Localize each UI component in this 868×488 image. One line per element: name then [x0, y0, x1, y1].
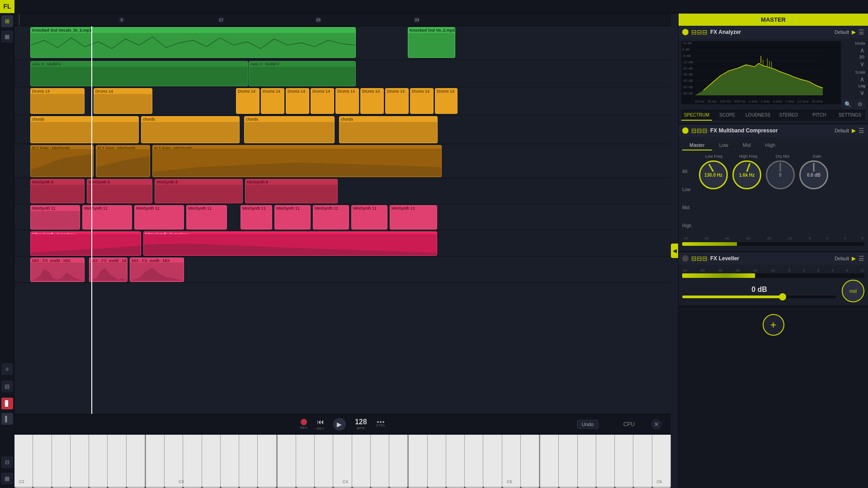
key-g5[interactable]	[483, 435, 502, 488]
knob-gain[interactable]: 0.0 dB	[798, 160, 830, 189]
clip-drums-10[interactable]: Drums 14	[410, 88, 434, 114]
key-b2[interactable]	[127, 435, 145, 488]
fx-leveller-slider[interactable]	[682, 296, 836, 298]
clip-mfx-1[interactable]: MIX : FX_evel8 : MIX	[30, 258, 85, 282]
key-f6[interactable]	[596, 435, 615, 488]
clip-vocals-1[interactable]: Knocked Out Vocals_bt_2.mp3	[30, 27, 356, 58]
fx-analyzer-arrow[interactable]: ▶	[852, 29, 856, 35]
clip-ms8-3[interactable]: MiniSynth 8	[155, 179, 243, 203]
clip-ms8-4[interactable]: MiniSynth 8	[245, 179, 338, 203]
key-a2[interactable]	[108, 435, 126, 488]
clip-chords-1[interactable]: chords	[30, 116, 139, 143]
clip-ms11-2[interactable]: MiniSynth 11	[82, 205, 132, 230]
search-btn[interactable]: 🔍	[842, 99, 853, 110]
knob-high-freq[interactable]: 1.6k Hz	[731, 160, 763, 189]
key-d4[interactable]	[296, 435, 315, 488]
tool-bottom-2[interactable]: ▤	[1, 380, 13, 392]
fx-leveller-arrow[interactable]: ▶	[852, 255, 856, 262]
tool-piano[interactable]: ▦	[1, 31, 13, 42]
close-button[interactable]: ✕	[651, 419, 662, 430]
clip-flt-1[interactable]: FLT Freq : MiniSynth	[30, 145, 94, 177]
fx-leveller-menu[interactable]: ☰	[859, 255, 864, 262]
tool-bottom-1[interactable]: ≡	[1, 363, 13, 375]
clip-ms11-5[interactable]: MiniSynth 11	[241, 205, 272, 230]
knob-gain-dial[interactable]: 0.0 dB	[799, 160, 828, 189]
clip-vocals-2[interactable]: Knocked Out Vo..2.mp3	[408, 27, 455, 58]
key-g6[interactable]	[615, 435, 633, 488]
add-fx-button[interactable]: +	[763, 314, 784, 336]
key-e5[interactable]	[446, 435, 465, 488]
clip-axisx-2[interactable]: Axis X : MultiFX	[249, 61, 356, 86]
scale-up[interactable]: ∧	[859, 75, 865, 83]
ctrl-button[interactable]: CTRL	[376, 421, 386, 427]
key-c3[interactable]	[145, 435, 165, 488]
knob-low-freq[interactable]: 130.0 Hz	[698, 160, 729, 189]
key-c5[interactable]	[408, 435, 427, 488]
key-d3[interactable]	[165, 435, 183, 488]
key-e6[interactable]	[578, 435, 596, 488]
clip-drums-2[interactable]: Drums 14	[94, 88, 152, 114]
key-f4[interactable]	[333, 435, 352, 488]
scale-down[interactable]: ∨	[859, 89, 865, 96]
key-a3[interactable]	[239, 435, 258, 488]
side-panel-toggle[interactable]: ◀	[671, 244, 678, 258]
play-button[interactable]: ▶	[333, 418, 346, 431]
clip-drums-6[interactable]: Drums 14	[311, 88, 334, 114]
clip-ms11-9[interactable]: MiniSynth 11	[390, 205, 437, 230]
key-d6[interactable]	[559, 435, 577, 488]
mb-tab-high[interactable]: High	[758, 141, 783, 150]
clip-drums-7[interactable]: Drums 14	[335, 88, 359, 114]
key-b4[interactable]	[389, 435, 408, 488]
key-d5[interactable]	[428, 435, 446, 488]
clip-ms11-7[interactable]: MiniSynth 11	[313, 205, 349, 230]
rec-button[interactable]: REC	[300, 419, 308, 430]
key-g4[interactable]	[352, 435, 371, 488]
key-a6[interactable]	[633, 435, 652, 488]
fx-leveller-power[interactable]	[682, 255, 689, 262]
tool-meter-1[interactable]: ▊	[1, 398, 13, 409]
clip-fc-1[interactable]: Filter Cutoff : SuperSaw	[30, 231, 141, 256]
clip-ms11-6[interactable]: MiniSynth 11	[274, 205, 311, 230]
key-c6[interactable]	[539, 435, 559, 488]
bpm-value[interactable]: 128	[355, 418, 367, 426]
clip-drums-5[interactable]: Drums 14	[286, 88, 309, 114]
key-f3[interactable]	[202, 435, 221, 488]
clip-drums-1[interactable]: Drums 14	[30, 88, 85, 114]
knob-high-freq-dial[interactable]: 1.6k Hz	[732, 160, 761, 189]
rev-button[interactable]: ⏮ REV	[316, 418, 324, 431]
mode-up[interactable]: ∧	[859, 47, 865, 54]
key-a5[interactable]	[502, 435, 521, 488]
key-f2[interactable]	[71, 435, 89, 488]
knob-dry-mix-dial[interactable]: 0	[766, 160, 795, 189]
tool-mixer[interactable]: ⊞	[1, 15, 13, 27]
tab-spectrum[interactable]: SPECTRUM	[681, 110, 712, 121]
knob-low-freq-dial[interactable]: 130.0 Hz	[699, 160, 728, 189]
clip-drums-8[interactable]: Drums 14	[360, 88, 384, 114]
clip-ms8-1[interactable]: MiniSynth 8	[30, 179, 85, 203]
gear-btn[interactable]: ⚙	[854, 99, 865, 110]
key-b3[interactable]	[258, 435, 276, 488]
clip-drums-9[interactable]: Drums 14	[385, 88, 409, 114]
key-c2[interactable]	[14, 435, 33, 488]
key-d2[interactable]	[33, 435, 52, 488]
undo-button[interactable]: Undo	[577, 420, 599, 429]
mode-label-2d[interactable]: 2D	[858, 55, 865, 59]
tool-bars2[interactable]: ▦	[1, 473, 13, 484]
key-c4[interactable]	[277, 435, 296, 488]
knob-dry-mix[interactable]: 0	[764, 160, 796, 189]
clip-drums-11[interactable]: Drums 14	[435, 88, 458, 114]
fx-leveller-slider-thumb[interactable]	[779, 293, 786, 300]
clip-chords-2[interactable]: chords	[141, 116, 240, 143]
app-logo[interactable]: FL	[0, 0, 14, 14]
key-b5[interactable]	[521, 435, 539, 488]
clip-ms11-4[interactable]: MiniSynth 11	[186, 205, 227, 230]
clip-mfx-2[interactable]: MIX : FX_evel8 : MIX	[89, 258, 127, 282]
fx-leveller-pan-knob[interactable]: mid	[842, 280, 864, 302]
key-g2[interactable]	[89, 435, 108, 488]
clip-drums-4[interactable]: Drums 14	[261, 88, 284, 114]
tab-loudness[interactable]: LOUDNESS	[743, 110, 774, 121]
tool-meter-2[interactable]: ▌	[1, 413, 13, 425]
fx-multiband-arrow[interactable]: ▶	[852, 127, 856, 134]
mb-tab-master[interactable]: Master	[682, 141, 712, 150]
clip-ms8-2[interactable]: MiniSynth 8	[87, 179, 152, 203]
